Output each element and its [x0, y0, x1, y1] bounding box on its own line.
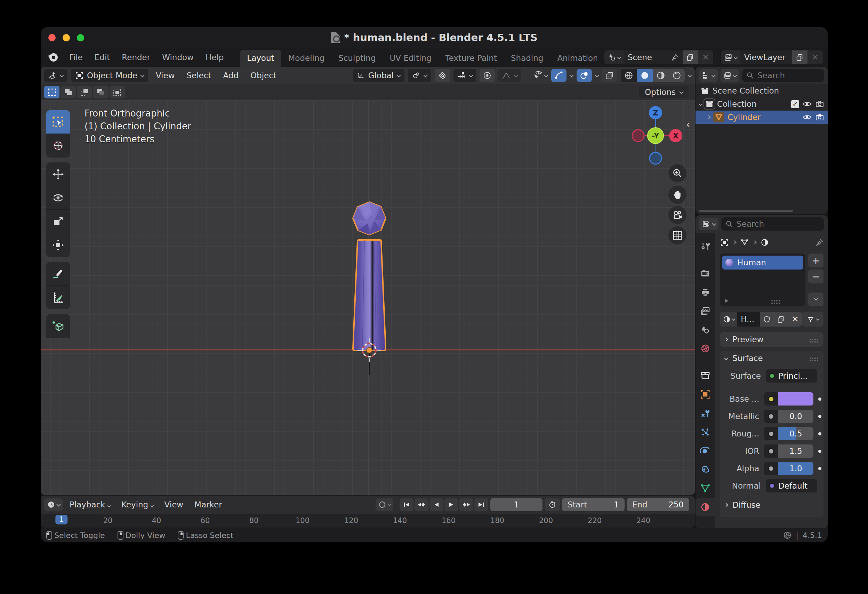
- node-tree-dropdown[interactable]: [802, 312, 824, 327]
- outliner-row-cylinder[interactable]: Cylinder: [695, 111, 828, 124]
- tab-modeling[interactable]: Modeling: [281, 50, 332, 67]
- prev-keyframe-button[interactable]: [415, 498, 428, 511]
- viewlayer-name-field[interactable]: ViewLayer: [740, 50, 792, 64]
- current-frame-marker[interactable]: 1: [55, 515, 68, 525]
- tab-object[interactable]: [695, 385, 715, 404]
- xray-toggle[interactable]: [602, 69, 617, 82]
- base-color-swatch[interactable]: [778, 392, 813, 405]
- surface-shader-button[interactable]: Princi...: [766, 369, 817, 383]
- overlays-dropdown[interactable]: [595, 73, 599, 77]
- zoom-button[interactable]: [77, 34, 84, 41]
- viewlayer-remove-button[interactable]: ✕: [807, 50, 823, 64]
- resize-grip[interactable]: [771, 300, 773, 301]
- viewport-menu-object[interactable]: Object: [246, 71, 280, 80]
- viewport-menu-view[interactable]: View: [152, 71, 179, 80]
- expand-chevron[interactable]: [698, 102, 702, 106]
- minimize-button[interactable]: [63, 34, 70, 41]
- tool-select-box[interactable]: [46, 110, 70, 134]
- visibility-dropdown[interactable]: [533, 71, 548, 80]
- play-reverse-button[interactable]: [430, 498, 443, 511]
- fake-user-button[interactable]: [760, 312, 774, 327]
- remove-slot-button[interactable]: −: [808, 269, 824, 284]
- collection-checkbox[interactable]: ✓: [791, 100, 799, 108]
- keyframe-dot[interactable]: [818, 415, 821, 418]
- tab-physics[interactable]: [695, 441, 715, 460]
- gizmos-dropdown[interactable]: [569, 73, 574, 77]
- camera-visibility-icon[interactable]: [815, 100, 824, 108]
- auto-key-button[interactable]: [376, 498, 393, 511]
- unlink-material-button[interactable]: ✕: [788, 312, 802, 327]
- viewlayer-browse-button[interactable]: [721, 50, 740, 64]
- viewport-menu-select[interactable]: Select: [182, 71, 215, 80]
- timeline-editor-type-button[interactable]: [44, 498, 63, 511]
- breadcrumb-mesh-icon[interactable]: [740, 238, 749, 247]
- outliner-scrollbar[interactable]: [699, 210, 793, 212]
- tool-measure[interactable]: [46, 285, 70, 309]
- tab-view-layer[interactable]: [695, 301, 715, 320]
- tab-shading[interactable]: Shading: [504, 50, 550, 67]
- alpha-slider[interactable]: 1.0: [764, 462, 813, 475]
- surface-panel-header[interactable]: Surface: [720, 351, 824, 365]
- properties-search[interactable]: Search: [721, 217, 824, 231]
- transform-orientation-dropdown[interactable]: Global: [353, 69, 404, 82]
- timeline-menu-keying[interactable]: Keying: [117, 500, 158, 509]
- expand-triangle-icon[interactable]: [724, 298, 729, 304]
- tool-annotate[interactable]: [46, 262, 70, 285]
- tab-tool[interactable]: [695, 237, 715, 256]
- tool-transform[interactable]: [46, 233, 70, 257]
- pan-hand-button[interactable]: [669, 186, 686, 204]
- shading-wireframe-button[interactable]: [621, 69, 637, 82]
- tool-add-cube[interactable]: [46, 314, 70, 338]
- camera-visibility-icon[interactable]: [815, 113, 824, 121]
- play-button[interactable]: [444, 498, 458, 511]
- keyframe-dot[interactable]: [818, 432, 821, 436]
- select-mode-set[interactable]: [44, 86, 59, 98]
- menu-edit[interactable]: Edit: [89, 53, 116, 62]
- breadcrumb-object-icon[interactable]: [720, 238, 729, 247]
- shading-dropdown[interactable]: [688, 73, 692, 77]
- outliner-search[interactable]: Search: [742, 69, 824, 82]
- select-mode-extend[interactable]: [61, 86, 76, 98]
- tab-sculpting[interactable]: Sculpting: [331, 50, 382, 67]
- mode-dropdown[interactable]: Object Mode: [71, 69, 148, 82]
- base-color-field[interactable]: [764, 392, 813, 405]
- material-browse-button[interactable]: [720, 312, 737, 327]
- slot-specials-button[interactable]: [808, 293, 824, 306]
- menu-render[interactable]: Render: [116, 53, 156, 62]
- menu-file[interactable]: File: [63, 53, 89, 62]
- metallic-field[interactable]: 0.0: [764, 410, 813, 423]
- current-frame-field[interactable]: 1: [490, 498, 542, 511]
- proportional-falloff-dropdown[interactable]: [498, 69, 521, 82]
- select-mode-subtract[interactable]: [77, 86, 92, 98]
- timeline-ruler[interactable]: 1 20406080100120140160180200220240: [41, 514, 695, 528]
- tab-collection[interactable]: [695, 366, 715, 385]
- frame-end-field[interactable]: End250: [627, 498, 689, 511]
- outliner-editor-type-button[interactable]: [699, 69, 718, 82]
- scene-browse-button[interactable]: [604, 50, 623, 64]
- close-button[interactable]: [48, 34, 56, 41]
- shading-solid-button[interactable]: [637, 69, 653, 82]
- tool-cursor[interactable]: [46, 134, 70, 158]
- keyframe-dot[interactable]: [818, 397, 821, 400]
- tab-scene[interactable]: [695, 320, 715, 339]
- tab-modifiers[interactable]: [695, 404, 715, 423]
- normal-field[interactable]: Default: [766, 479, 817, 492]
- material-slot-active[interactable]: Human: [722, 256, 803, 269]
- material-slot-list[interactable]: Human: [720, 254, 805, 306]
- next-keyframe-button[interactable]: [459, 498, 473, 511]
- jump-to-end-button[interactable]: [474, 498, 488, 511]
- shading-material-button[interactable]: [653, 69, 669, 82]
- toggle-ortho-button[interactable]: [669, 226, 686, 244]
- tool-rotate[interactable]: [46, 186, 70, 210]
- select-mode-intersect[interactable]: [109, 86, 125, 98]
- outliner-filter-button[interactable]: [720, 69, 739, 82]
- preview-panel-header[interactable]: Preview: [720, 332, 824, 347]
- add-slot-button[interactable]: +: [808, 254, 824, 267]
- sidebar-collapse-arrow[interactable]: ‹: [686, 118, 690, 130]
- blender-logo-icon[interactable]: [48, 53, 58, 62]
- tab-world[interactable]: [695, 339, 715, 358]
- jump-to-start-button[interactable]: [400, 498, 413, 511]
- menu-help[interactable]: Help: [199, 53, 230, 62]
- timeline-menu-playback[interactable]: Playback: [65, 500, 115, 509]
- viewlayer-new-button[interactable]: [792, 50, 807, 64]
